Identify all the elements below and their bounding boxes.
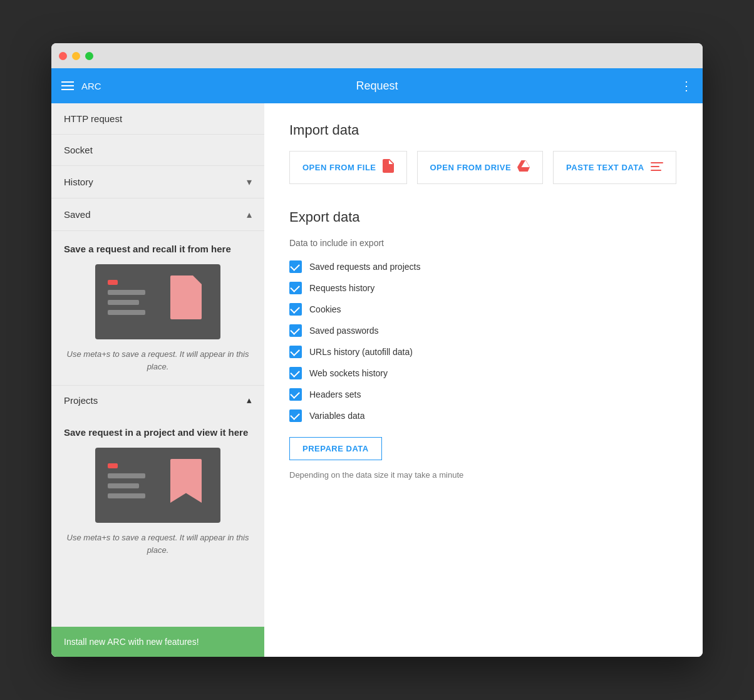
svg-rect-0 (651, 162, 663, 163)
svg-rect-2 (651, 170, 661, 171)
export-subtitle: Data to include in export (289, 238, 678, 248)
projects-section-title: Save request in a project and view it he… (64, 427, 252, 438)
sidebar-item-socket[interactable]: Socket (51, 135, 264, 166)
maximize-button[interactable] (85, 52, 93, 60)
prepare-data-label: PREPARE DATA (302, 444, 369, 453)
prepare-data-button[interactable]: PREPARE DATA (289, 437, 382, 460)
checkbox-icon (289, 409, 302, 422)
import-buttons-group: OPEN FROM FILE OPEN FROM DRIVE (289, 151, 678, 184)
saved-illustration (95, 264, 220, 339)
sidebar: HTTP request Socket History ▾ Saved ▴ Sa… (51, 103, 264, 657)
more-options-icon[interactable]: ⋮ (680, 78, 693, 93)
checkbox-icon (289, 324, 302, 337)
checkbox-saved-passwords[interactable]: Saved passwords (289, 324, 678, 337)
checkbox-label: Saved passwords (309, 326, 379, 336)
checkbox-saved-requests[interactable]: Saved requests and projects (289, 260, 678, 273)
checkbox-headers-sets[interactable]: Headers sets (289, 388, 678, 401)
projects-illustration (95, 448, 220, 523)
open-from-file-label: OPEN FROM FILE (302, 163, 376, 172)
close-button[interactable] (59, 52, 67, 60)
titlebar (51, 43, 703, 68)
sidebar-item-label: Saved (64, 209, 91, 220)
checkbox-icon (289, 260, 302, 273)
menu-icon[interactable] (61, 81, 74, 90)
export-section: Export data Data to include in export Sa… (289, 209, 678, 480)
sidebar-item-history[interactable]: History ▾ (51, 166, 264, 198)
checkbox-label: Web sockets history (309, 368, 388, 378)
projects-chevron-up-icon: ▴ (247, 394, 252, 406)
sidebar-item-saved[interactable]: Saved ▴ (51, 198, 264, 231)
projects-hint: Use meta+s to save a request. It will ap… (64, 532, 252, 556)
paste-icon (651, 161, 663, 174)
chevron-up-icon: ▴ (247, 208, 252, 220)
app-header: ARC Request ⋮ (51, 68, 703, 103)
paste-text-data-button[interactable]: PASTE TEXT DATA (553, 151, 676, 184)
checkbox-requests-history[interactable]: Requests history (289, 282, 678, 294)
projects-label: Projects (64, 395, 98, 406)
paste-text-data-label: PASTE TEXT DATA (566, 163, 644, 172)
main-content: Import data OPEN FROM FILE OPEN FROM DRI… (264, 103, 703, 657)
checkbox-icon (289, 367, 302, 379)
minimize-button[interactable] (72, 52, 80, 60)
checkbox-icon (289, 388, 302, 401)
checkbox-label: Headers sets (309, 389, 361, 399)
checkbox-icon (289, 282, 302, 294)
sidebar-item-label: History (64, 177, 93, 187)
projects-section: Save request in a project and view it he… (51, 414, 264, 569)
app-body: HTTP request Socket History ▾ Saved ▴ Sa… (51, 103, 703, 657)
checkbox-icon (289, 303, 302, 316)
import-title: Import data (289, 122, 678, 138)
app-name-label: ARC (81, 81, 101, 91)
sidebar-item-http-request[interactable]: HTTP request (51, 103, 264, 135)
file-icon (383, 159, 394, 176)
saved-section-title: Save a request and recall it from here (64, 244, 252, 254)
checkbox-web-sockets-history[interactable]: Web sockets history (289, 367, 678, 379)
export-title: Export data (289, 209, 678, 225)
sidebar-item-label: HTTP request (64, 113, 122, 124)
prepare-hint: Depending on the data size it may take a… (289, 470, 678, 480)
checkbox-variables-data[interactable]: Variables data (289, 409, 678, 422)
checkbox-label: Requests history (309, 283, 374, 293)
app-window: ARC Request ⋮ HTTP request Socket Histor… (51, 43, 703, 657)
checkbox-label: Cookies (309, 304, 341, 314)
checkbox-label: URLs history (autofill data) (309, 347, 413, 357)
svg-rect-1 (651, 166, 659, 167)
open-from-drive-button[interactable]: OPEN FROM DRIVE (417, 151, 544, 184)
saved-hint: Use meta+s to save a request. It will ap… (64, 348, 252, 373)
checkbox-label: Saved requests and projects (309, 262, 420, 272)
traffic-lights (59, 52, 93, 60)
chevron-down-icon: ▾ (247, 176, 252, 188)
sidebar-item-label: Socket (64, 145, 93, 155)
export-checkbox-list: Saved requests and projects Requests his… (289, 260, 678, 422)
drive-icon (517, 160, 530, 175)
open-from-file-button[interactable]: OPEN FROM FILE (289, 151, 407, 184)
open-from-drive-label: OPEN FROM DRIVE (430, 163, 512, 172)
header-title: Request (356, 80, 398, 93)
checkbox-cookies[interactable]: Cookies (289, 303, 678, 316)
checkbox-label: Variables data (309, 411, 364, 421)
projects-group-header[interactable]: Projects ▴ (51, 385, 264, 414)
checkbox-urls-history[interactable]: URLs history (autofill data) (289, 346, 678, 358)
install-banner[interactable]: Install new ARC with new features! (51, 627, 264, 657)
checkbox-icon (289, 346, 302, 358)
install-banner-label: Install new ARC with new features! (64, 637, 199, 647)
saved-section: Save a request and recall it from here U… (51, 231, 264, 385)
